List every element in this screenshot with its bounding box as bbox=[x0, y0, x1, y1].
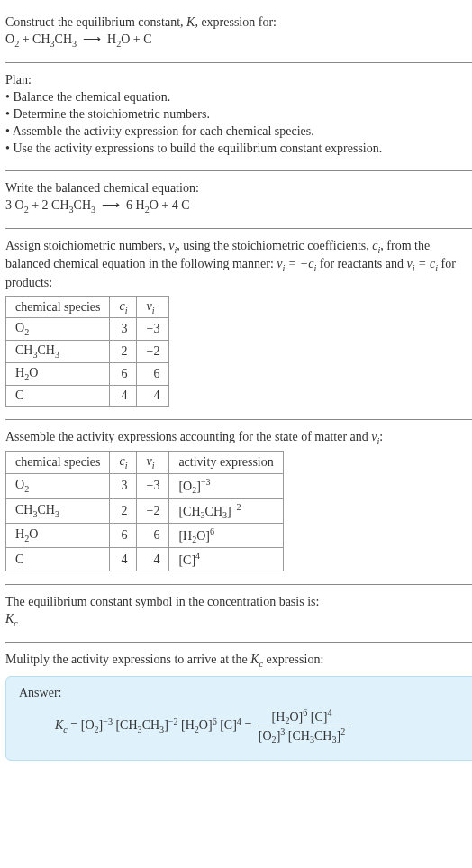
activity-table: chemical species ci νi activity expressi… bbox=[5, 451, 284, 571]
activity-cell: [C]4 bbox=[169, 548, 283, 571]
species-cell: C bbox=[6, 385, 110, 406]
table-row: chemical species ci νi bbox=[6, 296, 169, 318]
nui-cell: −3 bbox=[137, 318, 169, 341]
ci-cell: 6 bbox=[110, 363, 137, 386]
stoich-nu: νi bbox=[168, 239, 177, 252]
nui-cell: 6 bbox=[137, 363, 169, 386]
col-species: chemical species bbox=[6, 452, 110, 474]
species-cell: C bbox=[6, 548, 110, 571]
prompt-text: Construct the equilibrium constant, K, e… bbox=[5, 14, 472, 32]
multiply-kc: Kc bbox=[250, 653, 263, 666]
activity-text: Assemble the activity expressions accoun… bbox=[5, 429, 472, 447]
species-cell: H2O bbox=[6, 523, 110, 547]
balanced-heading: Write the balanced chemical equation: bbox=[5, 180, 472, 197]
plan-block: Plan: • Balance the chemical equation. •… bbox=[5, 67, 472, 166]
answer-label: Answer: bbox=[19, 686, 464, 700]
col-ci: ci bbox=[110, 452, 137, 474]
prompt-block: Construct the equilibrium constant, K, e… bbox=[5, 9, 472, 59]
assemble-t1: Assemble the activity expressions accoun… bbox=[5, 430, 371, 443]
separator bbox=[5, 170, 472, 171]
col-activity: activity expression bbox=[169, 452, 283, 474]
nui-cell: −3 bbox=[137, 474, 169, 498]
species-cell: O2 bbox=[6, 474, 110, 498]
nui-cell: −2 bbox=[137, 498, 169, 523]
col-species: chemical species bbox=[6, 296, 110, 318]
activity-cell: [O2]−3 bbox=[169, 474, 283, 498]
fraction-den: [O2]3 [CH3CH3]2 bbox=[255, 726, 349, 745]
table-row: O2 3 −3 [O2]−3 bbox=[6, 474, 284, 498]
species-cell: CH3CH3 bbox=[6, 498, 110, 523]
multiply-t2: expression: bbox=[263, 653, 323, 666]
table-row: CH3CH3 2 −2 bbox=[6, 341, 169, 363]
table-row: H2O 6 6 [H2O]6 bbox=[6, 523, 284, 547]
symbol-kc: Kc bbox=[5, 611, 472, 629]
prompt-text-2: , expression for: bbox=[195, 15, 277, 29]
activity-cell: [H2O]6 bbox=[169, 523, 283, 547]
answer-equation: Kc = [O2]−3 [CH3CH3]−2 [H2O]6 [C]4 = [H2… bbox=[55, 708, 464, 745]
col-ci: ci bbox=[110, 296, 137, 318]
table-row: C 4 4 [C]4 bbox=[6, 548, 284, 571]
nui-cell: −2 bbox=[137, 341, 169, 363]
plan-item-2: • Determine the stoichiometric numbers. bbox=[5, 106, 472, 123]
stoich-block: Assign stoichiometric numbers, νi, using… bbox=[5, 233, 472, 416]
plan-item-3: • Assemble the activity expression for e… bbox=[5, 123, 472, 141]
species-cell: H2O bbox=[6, 363, 110, 386]
stoich-rel1: νi = −ci bbox=[277, 257, 316, 270]
separator bbox=[5, 642, 472, 643]
nui-cell: 6 bbox=[137, 523, 169, 547]
species-cell: O2 bbox=[6, 318, 110, 341]
symbol-block: The equilibrium constant symbol in the c… bbox=[5, 589, 472, 638]
prompt-equation: O2 + CH3CH3 ⟶ H2O + C bbox=[5, 32, 472, 50]
table-row: C 4 4 bbox=[6, 385, 169, 406]
plan-item-1: • Balance the chemical equation. bbox=[5, 89, 472, 106]
table-row: O2 3 −3 bbox=[6, 318, 169, 341]
col-nui: νi bbox=[137, 296, 169, 318]
nui-cell: 4 bbox=[137, 385, 169, 406]
stoich-rel1c: for reactants and bbox=[316, 257, 406, 270]
stoich-c: ci bbox=[372, 239, 380, 252]
ci-cell: 6 bbox=[110, 523, 137, 547]
nui-cell: 4 bbox=[137, 548, 169, 571]
plan-heading: Plan: bbox=[5, 72, 472, 89]
stoich-text: Assign stoichiometric numbers, νi, using… bbox=[5, 238, 472, 292]
multiply-t1: Mulitply the activity expressions to arr… bbox=[5, 653, 250, 666]
fraction-num: [H2O]6 [C]4 bbox=[255, 708, 349, 726]
fraction: [H2O]6 [C]4 [O2]3 [CH3CH3]2 bbox=[255, 708, 349, 745]
multiply-text: Mulitply the activity expressions to arr… bbox=[5, 652, 472, 670]
stoich-t2: , using the stoichiometric coefficients, bbox=[177, 239, 372, 252]
activity-cell: [CH3CH3]−2 bbox=[169, 498, 283, 523]
activity-block: Assemble the activity expressions accoun… bbox=[5, 424, 472, 580]
separator bbox=[5, 584, 472, 585]
balanced-block: Write the balanced chemical equation: 3 … bbox=[5, 175, 472, 224]
table-row: H2O 6 6 bbox=[6, 363, 169, 386]
ci-cell: 4 bbox=[110, 548, 137, 571]
balanced-equation: 3 O2 + 2 CH3CH3 ⟶ 6 H2O + 4 C bbox=[5, 197, 472, 215]
separator bbox=[5, 228, 472, 229]
ci-cell: 2 bbox=[110, 341, 137, 363]
answer-box: Answer: Kc = [O2]−3 [CH3CH3]−2 [H2O]6 [C… bbox=[5, 676, 472, 761]
ci-cell: 3 bbox=[110, 474, 137, 498]
separator bbox=[5, 419, 472, 420]
prompt-text-1: Construct the equilibrium constant, bbox=[5, 15, 186, 29]
ci-cell: 2 bbox=[110, 498, 137, 523]
multiply-block: Mulitply the activity expressions to arr… bbox=[5, 646, 472, 769]
table-row: CH3CH3 2 −2 [CH3CH3]−2 bbox=[6, 498, 284, 523]
stoich-table: chemical species ci νi O2 3 −3 CH3CH3 2 … bbox=[5, 296, 169, 407]
prompt-K: K bbox=[186, 15, 195, 29]
plan-item-4: • Use the activity expressions to build … bbox=[5, 141, 472, 158]
stoich-t1: Assign stoichiometric numbers, bbox=[5, 239, 168, 252]
species-cell: CH3CH3 bbox=[6, 341, 110, 363]
ci-cell: 3 bbox=[110, 318, 137, 341]
assemble-nu: νi bbox=[371, 430, 379, 443]
table-row: chemical species ci νi activity expressi… bbox=[6, 452, 284, 474]
separator bbox=[5, 62, 472, 63]
symbol-text: The equilibrium constant symbol in the c… bbox=[5, 594, 472, 611]
ci-cell: 4 bbox=[110, 385, 137, 406]
assemble-t2: : bbox=[379, 430, 383, 443]
stoich-rel2: νi = ci bbox=[407, 257, 439, 270]
col-nui: νi bbox=[137, 452, 169, 474]
